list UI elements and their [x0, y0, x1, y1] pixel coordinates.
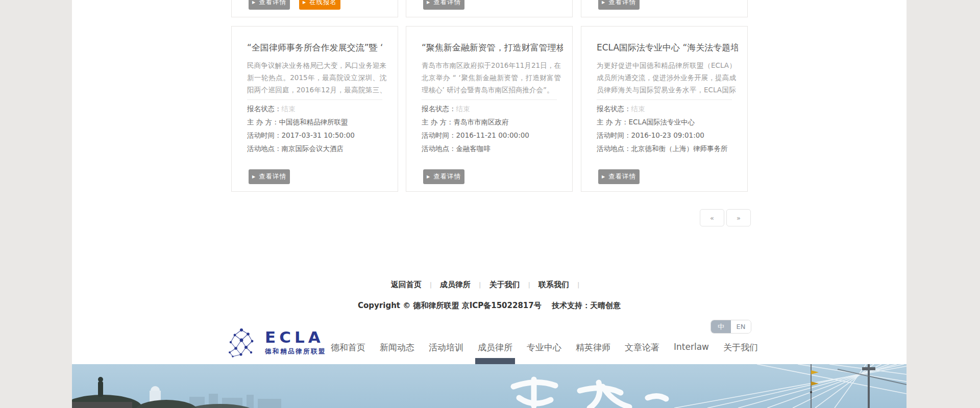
nav-item-members[interactable]: 成员律所 [478, 341, 512, 354]
logo-subtitle: 德和精品律所联盟 [265, 347, 326, 356]
status-value: 结束 [456, 105, 470, 113]
pagination: « » [700, 209, 751, 226]
host-label: 主 办 方： [597, 118, 629, 126]
view-detail-button[interactable]: ▶ 查看详情 [249, 169, 290, 184]
footer-link-members[interactable]: 成员律所 [440, 280, 471, 290]
venue-label: 活动地点： [247, 144, 282, 152]
host-value: 中国德和精品律所联盟 [279, 118, 348, 126]
status-label: 报名状态： [422, 105, 456, 113]
online-signup-label: 在线报名 [309, 0, 337, 7]
footer-link-about[interactable]: 关于我们 [489, 280, 520, 290]
online-signup-button[interactable]: ▶ 在线报名 [299, 0, 340, 10]
event-excerpt: 为更好促进中国德和精品律所联盟（ECLA）成员所沟通交流，促进涉外业务开展，提高… [597, 59, 736, 96]
next-icon: » [737, 214, 741, 222]
nav-item-interlaw[interactable]: Interlaw [674, 341, 709, 354]
divider: | [577, 281, 579, 289]
event-card-cutoff: ▶ 查看详情 ▶ 在线报名 [231, 0, 398, 17]
event-card: “全国律师事务所合作发展交流”暨 ‘ 民商争议解决业务格局已大变，风口业务迎来新… [231, 26, 398, 192]
prev-page-button[interactable]: « [700, 209, 724, 226]
event-card-cutoff: ▶ 查看详情 [581, 0, 748, 17]
view-detail-label: 查看详情 [259, 172, 286, 181]
main-nav: 德和首页 新闻动态 活动培训 成员律所 专业中心 精英律师 文章论著 Inter… [331, 341, 758, 354]
host-label: 主 办 方： [422, 118, 454, 126]
view-detail-button[interactable]: ▶ 查看详情 [598, 169, 640, 184]
play-icon: ▶ [602, 1, 605, 5]
event-title[interactable]: ECLA国际法专业中心 “海关法专题培训 [597, 42, 738, 54]
play-icon: ▶ [602, 175, 605, 179]
view-detail-label: 查看详情 [259, 0, 286, 7]
view-detail-button[interactable]: ▶ 查看详情 [249, 0, 290, 10]
venue-value: 金融客咖啡 [456, 144, 491, 152]
language-switcher: 中 EN [710, 320, 751, 334]
host-value: ECLA国际法专业中心 [629, 118, 695, 126]
nav-item-news[interactable]: 新闻动态 [380, 341, 414, 354]
view-detail-label: 查看详情 [433, 0, 461, 7]
hero-photo-illustration [72, 364, 906, 408]
view-detail-label: 查看详情 [608, 172, 636, 181]
main-content-panel: ▶ 查看详情 ▶ 在线报名 ▶ 查看详情 ▶ 查看详情 “全国律师事务所合作发展… [72, 0, 906, 408]
footer-link-contact[interactable]: 联系我们 [538, 280, 569, 290]
divider [422, 99, 557, 100]
prev-icon: « [710, 214, 714, 222]
divider [247, 99, 382, 100]
footer-links: 返回首页 | 成员律所 | 关于我们 | 联系我们 | [72, 280, 906, 290]
time-value: 2016-11-21 00:00:00 [456, 131, 529, 139]
ecla-logo[interactable]: ECLA 德和精品律所联盟 [225, 326, 326, 359]
view-detail-label: 查看详情 [608, 0, 636, 7]
logo-text: ECLA 德和精品律所联盟 [265, 329, 326, 356]
event-card-cutoff: ▶ 查看详情 [406, 0, 573, 17]
time-value: 2016-10-23 09:01:00 [631, 131, 704, 139]
logo-wordmark: ECLA [265, 329, 326, 345]
play-icon: ▶ [252, 1, 256, 5]
lang-en-button[interactable]: EN [731, 320, 751, 333]
event-excerpt: 民商争议解决业务格局已大变，风口业务迎来新一轮热点。2015年，最高院设立深圳、… [247, 59, 386, 96]
footer-link-home[interactable]: 返回首页 [391, 280, 422, 290]
play-icon: ▶ [427, 175, 430, 179]
event-excerpt: 青岛市市南区政府拟于2016年11月21日，在北京举办 “ ‘聚焦新金融新资管，… [422, 59, 561, 96]
view-detail-button[interactable]: ▶ 查看详情 [598, 0, 640, 10]
nav-item-articles[interactable]: 文章论著 [625, 341, 659, 354]
event-title[interactable]: “全国律师事务所合作发展交流”暨 ‘ [247, 42, 388, 54]
nav-item-training[interactable]: 活动培训 [429, 341, 463, 354]
event-title[interactable]: “聚焦新金融新资管，打造财富管理核 [422, 42, 563, 54]
lang-zh-button[interactable]: 中 [711, 320, 731, 333]
nav-item-home[interactable]: 德和首页 [331, 341, 365, 354]
next-page-button[interactable]: » [726, 209, 751, 226]
divider [597, 99, 732, 100]
divider: | [430, 281, 432, 289]
status-label: 报名状态： [247, 105, 282, 113]
time-value: 2017-03-31 10:50:00 [282, 131, 355, 139]
time-label: 活动时间： [247, 131, 282, 139]
venue-value: 南京国际会议大酒店 [282, 144, 344, 152]
event-card: “聚焦新金融新资管，打造财富管理核 青岛市市南区政府拟于2016年11月21日，… [406, 26, 573, 192]
logo-molecule-icon [225, 326, 258, 359]
venue-value: 北京德和衡（上海）律师事务所 [631, 144, 728, 152]
host-label: 主 办 方： [247, 118, 279, 126]
view-detail-button[interactable]: ▶ 查看详情 [423, 0, 464, 10]
nav-item-lawyers[interactable]: 精英律师 [576, 341, 610, 354]
copyright-text: Copyright © 德和律所联盟 京ICP备15022817号 技术支持：天… [72, 301, 906, 311]
time-label: 活动时间： [597, 131, 631, 139]
event-details: 报名状态：结束 主 办 方：ECLA国际法专业中心 活动时间：2016-10-2… [597, 102, 738, 155]
status-label: 报名状态： [597, 105, 631, 113]
divider: | [479, 281, 481, 289]
status-value: 结束 [282, 105, 296, 113]
host-value: 青岛市市南区政府 [454, 118, 509, 126]
status-value: 结束 [631, 105, 645, 113]
play-icon: ▶ [427, 1, 430, 5]
divider: | [528, 281, 530, 289]
event-details: 报名状态：结束 主 办 方：青岛市市南区政府 活动时间：2016-11-21 0… [422, 102, 563, 155]
view-detail-label: 查看详情 [433, 172, 461, 181]
play-icon: ▶ [252, 175, 256, 179]
venue-label: 活动地点： [422, 144, 456, 152]
nav-item-centers[interactable]: 专业中心 [527, 341, 561, 354]
hero-banner-image [72, 364, 906, 408]
play-icon: ▶ [303, 1, 306, 5]
venue-label: 活动地点： [597, 144, 631, 152]
nav-item-about[interactable]: 关于我们 [723, 341, 758, 354]
event-card: ECLA国际法专业中心 “海关法专题培训 为更好促进中国德和精品律所联盟（ECL… [581, 26, 748, 192]
time-label: 活动时间： [422, 131, 456, 139]
view-detail-button[interactable]: ▶ 查看详情 [423, 169, 464, 184]
event-details: 报名状态：结束 主 办 方：中国德和精品律所联盟 活动时间：2017-03-31… [247, 102, 388, 155]
